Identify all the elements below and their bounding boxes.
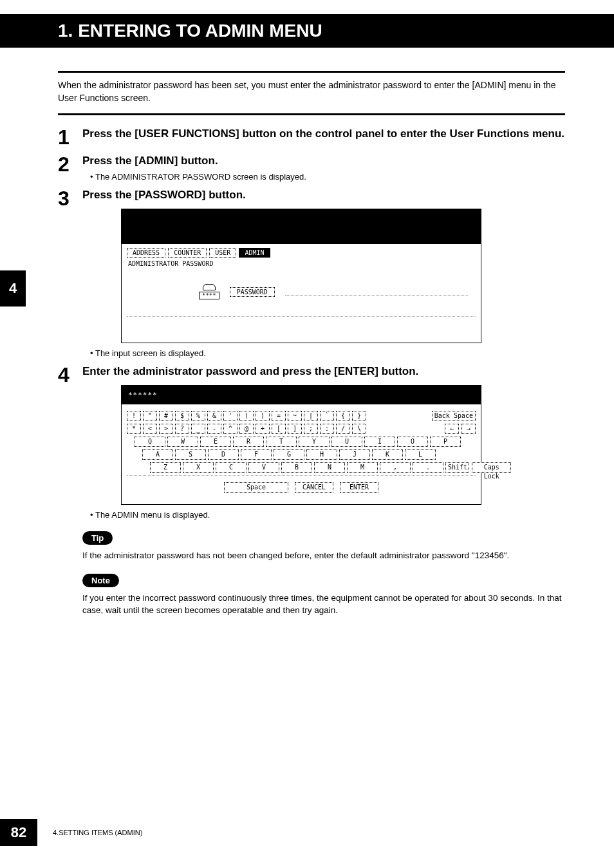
kb-row-q: Q W E R T Y U I O P (135, 437, 476, 447)
key[interactable]: ' (223, 411, 237, 421)
key[interactable]: F (241, 449, 272, 460)
key[interactable]: X (183, 462, 214, 473)
key[interactable]: / (336, 424, 350, 434)
key[interactable]: O (397, 437, 428, 447)
key[interactable]: B (281, 462, 312, 473)
key[interactable]: < (143, 424, 157, 434)
step-title: Enter the administrator password and pre… (82, 364, 565, 379)
kb-row-sym2: * < > ? _ - ^ @ + [ ] ; : (127, 424, 476, 434)
tab-address[interactable]: ADDRESS (127, 248, 165, 258)
step-number: 3 (58, 188, 73, 358)
key[interactable]: Y (299, 437, 330, 447)
key[interactable]: U (331, 437, 362, 447)
key[interactable]: & (207, 411, 221, 421)
divider (58, 71, 565, 73)
note-text: If you enter the incorrect password cont… (82, 592, 565, 617)
shift-key[interactable]: Shift (445, 462, 469, 473)
tab-counter[interactable]: COUNTER (168, 248, 207, 258)
key[interactable]: I (364, 437, 395, 447)
key[interactable]: T (266, 437, 297, 447)
key[interactable]: } (352, 411, 366, 421)
key[interactable]: % (191, 411, 205, 421)
key[interactable]: ~ (288, 411, 302, 421)
key[interactable]: W (167, 437, 198, 447)
key[interactable]: L (405, 449, 436, 460)
key[interactable]: P (430, 437, 461, 447)
key[interactable]: | (304, 411, 318, 421)
key[interactable]: R (233, 437, 264, 447)
note-label: Note (82, 574, 119, 587)
key-icon (203, 284, 216, 290)
key[interactable]: , (380, 462, 411, 473)
chapter-tab: 4 (0, 270, 26, 307)
key[interactable]: $ (175, 411, 189, 421)
key[interactable]: M (347, 462, 378, 473)
key[interactable]: : (320, 424, 334, 434)
key[interactable]: > (159, 424, 173, 434)
tip-text: If the administrator password has not be… (82, 550, 565, 562)
kb-row-sym1: ! " # $ % & ' ( ) = ~ | ` (127, 411, 476, 421)
key[interactable]: V (248, 462, 279, 473)
screen-label: ADMINISTRATOR PASSWORD (128, 260, 481, 267)
key[interactable]: ] (288, 424, 302, 434)
key[interactable]: Q (135, 437, 165, 447)
step-number: 4 (58, 364, 73, 617)
key[interactable]: _ (191, 424, 205, 434)
step-number: 2 (58, 154, 73, 182)
key[interactable]: { (336, 411, 350, 421)
key[interactable]: ! (127, 411, 141, 421)
key[interactable]: # (159, 411, 173, 421)
key[interactable]: ? (175, 424, 189, 434)
key[interactable]: N (314, 462, 345, 473)
space-key[interactable]: Space (224, 482, 288, 493)
step-bullet: The ADMINISTRATOR PASSWORD screen is dis… (90, 172, 565, 182)
kb-row-a: A S D F G H J K L (142, 449, 476, 460)
step-number: 1 (58, 127, 73, 147)
page-footer: 82 4.SETTING ITEMS (ADMIN) (0, 819, 142, 846)
key[interactable]: S (175, 449, 206, 460)
arrow-right-key[interactable]: → (461, 424, 476, 434)
tab-user[interactable]: USER (209, 248, 236, 258)
key[interactable]: C (216, 462, 247, 473)
key[interactable]: . (413, 462, 443, 473)
key[interactable]: " (143, 411, 157, 421)
key[interactable]: D (208, 449, 239, 460)
password-button[interactable]: PASSWORD (230, 287, 275, 297)
key[interactable]: A (142, 449, 173, 460)
step-bullet: The input screen is displayed. (90, 348, 565, 358)
key[interactable]: ` (320, 411, 334, 421)
divider (58, 113, 565, 115)
key[interactable]: ( (239, 411, 254, 421)
key[interactable]: J (339, 449, 370, 460)
tip-label: Tip (82, 531, 113, 545)
key[interactable]: = (272, 411, 286, 421)
key[interactable]: + (256, 424, 270, 434)
key[interactable]: H (306, 449, 337, 460)
key[interactable]: ) (256, 411, 270, 421)
key[interactable]: * (127, 424, 141, 434)
step-4: 4 Enter the administrator password and p… (58, 364, 565, 617)
key[interactable]: \ (352, 424, 366, 434)
key[interactable]: - (207, 424, 221, 434)
key[interactable]: @ (239, 424, 254, 434)
key[interactable]: [ (272, 424, 286, 434)
capslock-key[interactable]: Caps Lock (472, 462, 511, 473)
arrow-left-key[interactable]: ← (445, 424, 459, 434)
backspace-key[interactable]: Back Space (432, 411, 476, 421)
footer-section: 4.SETTING ITEMS (ADMIN) (53, 829, 142, 836)
keyboard-display: ****** (122, 386, 481, 404)
key[interactable]: ; (304, 424, 318, 434)
step-2: 2 Press the [ADMIN] button. The ADMINIST… (58, 154, 565, 182)
key[interactable]: G (274, 449, 304, 460)
page-title: 1. ENTERING TO ADMIN MENU (58, 21, 605, 41)
key[interactable]: ^ (223, 424, 237, 434)
key[interactable]: E (200, 437, 231, 447)
cancel-key[interactable]: CANCEL (295, 482, 333, 493)
step-title: Press the [PASSWORD] button. (82, 188, 565, 202)
enter-key[interactable]: ENTER (340, 482, 378, 493)
step-title: Press the [USER FUNCTIONS] button on the… (82, 127, 565, 141)
key[interactable]: Z (150, 462, 181, 473)
key[interactable]: K (372, 449, 403, 460)
tab-admin[interactable]: ADMIN (239, 248, 270, 258)
title-bar: 1. ENTERING TO ADMIN MENU (0, 14, 614, 48)
